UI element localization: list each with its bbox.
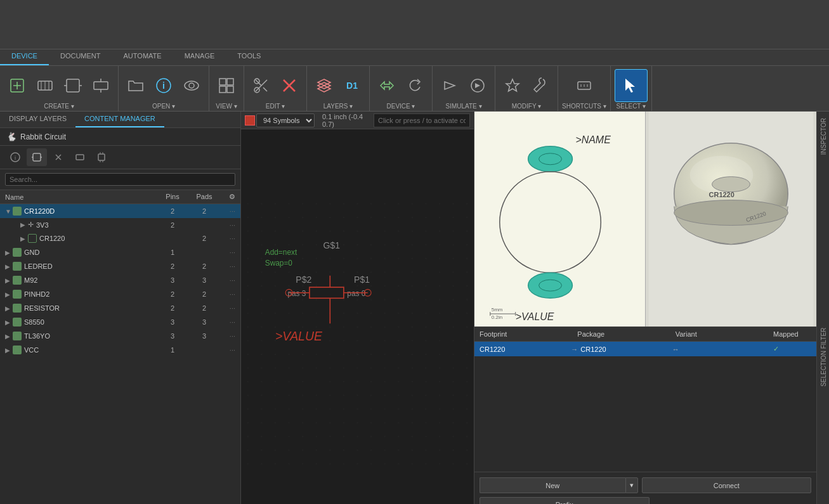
search-input[interactable] <box>5 173 235 186</box>
create-new-btn[interactable] <box>4 70 30 101</box>
icon-tab-outline[interactable] <box>70 148 90 166</box>
list-item[interactable]: ▶ RESISTOR 2 2 ··· <box>0 301 240 315</box>
footprint-table-wrapper: Footprint Package Variant Mapped CR1220 … <box>474 327 816 472</box>
fp-buttons-area: New ▾ Connect Prefix <box>474 472 816 504</box>
comp-icon <box>13 207 22 216</box>
create-bus-btn[interactable] <box>88 70 114 101</box>
cut-btn[interactable] <box>248 70 275 101</box>
tab-document[interactable]: DOCUMENT <box>49 49 112 65</box>
item-more[interactable]: ··· <box>220 332 235 340</box>
simulate-2-btn[interactable] <box>464 70 491 101</box>
connect-button[interactable]: Connect <box>642 477 812 493</box>
tab-automate[interactable]: AUTOMATE <box>112 49 173 65</box>
icon-tab-info[interactable]: i <box>5 148 25 166</box>
device-move-btn[interactable] <box>374 70 400 101</box>
new-dropdown-btn[interactable]: ▾ <box>625 477 638 493</box>
toolbar-group-simulate: SIMULATE ▾ <box>433 66 495 111</box>
simulate-btn[interactable] <box>436 70 463 101</box>
item-more[interactable]: ··· <box>220 304 235 312</box>
tab-tools[interactable]: TOOLS <box>226 49 272 65</box>
list-item[interactable]: ▶ TL36YO 3 3 ··· <box>0 329 240 343</box>
svg-text:>VALUE: >VALUE <box>275 329 323 343</box>
svg-text:5mm: 5mm <box>492 307 503 313</box>
item-more[interactable]: ··· <box>220 318 235 326</box>
left-panel: DISPLAY LAYERS CONTENT MANAGER 🐇 Rabbit … <box>0 112 241 504</box>
svg-text:i: i <box>162 81 165 91</box>
item-more[interactable]: ··· <box>220 249 235 256</box>
top-tab-bar: DEVICE DOCUMENT AUTOMATE MANAGE TOOLS <box>0 49 829 66</box>
create-wire-btn[interactable] <box>32 70 58 101</box>
tab-display-layers[interactable]: DISPLAY LAYERS <box>0 112 75 127</box>
item-name: LEDRED <box>24 262 157 270</box>
expand-icon: ▶ <box>5 277 13 284</box>
list-item[interactable]: ▶ CR1220 2 ··· <box>0 231 240 245</box>
item-pins: 3 <box>157 276 188 284</box>
item-pads: 2 <box>188 235 220 242</box>
device-rotate-btn[interactable] <box>401 70 428 101</box>
list-item[interactable]: ▶ VCC 1 ··· <box>0 343 240 357</box>
item-more[interactable]: ··· <box>220 207 235 215</box>
icon-tab-chip[interactable] <box>91 148 112 166</box>
icon-tab-cross[interactable] <box>48 148 69 166</box>
view-btn[interactable] <box>178 70 205 101</box>
left-panel-tabs: DISPLAY LAYERS CONTENT MANAGER <box>0 112 240 128</box>
main-toolbar: CREATE ▾ i OPEN ▾ <box>0 66 829 112</box>
list-item[interactable]: ▶ M92 3 3 ··· <box>0 273 240 287</box>
canvas-main[interactable]: Add=next Swap=0 G$1 P$2 P$1 pas 0 pas 3 <box>241 129 474 504</box>
svg-text:CR1220: CR1220 <box>709 191 734 198</box>
command-input[interactable] <box>374 113 470 127</box>
select-btn[interactable] <box>615 69 648 102</box>
svg-text:0.2in: 0.2in <box>492 314 502 320</box>
list-item[interactable]: ▶ PINHD2 2 2 ··· <box>0 287 240 301</box>
right-content: >NAME >VALUE <box>474 112 816 504</box>
view2-btn[interactable] <box>213 70 240 101</box>
open-btn[interactable] <box>122 70 149 101</box>
wrench-btn[interactable] <box>527 70 554 101</box>
prefix-button[interactable]: Prefix <box>480 497 649 504</box>
toolbar-group-view: VIEW ▾ <box>209 66 244 111</box>
tab-manage[interactable]: MANAGE <box>173 49 226 65</box>
svg-rect-10 <box>94 82 108 89</box>
fp-btn-row-2: Prefix <box>480 497 811 504</box>
project-icon: 🐇 <box>6 132 16 141</box>
project-header: 🐇 Rabbit Circuit <box>0 128 240 146</box>
item-more[interactable]: ··· <box>220 346 235 354</box>
info-btn[interactable]: i <box>150 70 177 101</box>
item-more[interactable]: ··· <box>220 235 235 242</box>
new-button[interactable]: New <box>480 477 625 493</box>
comp-icon <box>13 318 22 326</box>
item-pads: 3 <box>188 332 220 340</box>
d1-btn[interactable]: D1 <box>339 70 365 101</box>
shortcuts-label: SHORTCUTS ▾ <box>562 103 606 110</box>
delete-btn[interactable] <box>276 70 303 101</box>
fp-table-row[interactable]: CR1220 → CR1220 ↔ ✓ <box>474 342 816 356</box>
list-item[interactable]: ▶ S8550 3 3 ··· <box>0 315 240 329</box>
symbols-dropdown[interactable]: 94 Symbols <box>256 113 315 127</box>
svg-point-62 <box>528 146 573 172</box>
item-pads: 2 <box>188 304 220 312</box>
item-name: RESISTOR <box>24 304 157 312</box>
item-more[interactable]: ··· <box>220 290 235 298</box>
right-panel: >NAME >VALUE <box>474 112 829 504</box>
item-more[interactable]: ··· <box>220 221 235 229</box>
tab-content-manager[interactable]: CONTENT MANAGER <box>75 112 164 127</box>
modify-btn[interactable] <box>499 70 526 101</box>
tab-device[interactable]: DEVICE <box>0 49 49 65</box>
shortcuts-btn[interactable] <box>571 70 597 101</box>
layers-label: LAYERS ▾ <box>323 103 353 110</box>
canvas-area: 94 Symbols 0.1 inch (-0.4 0.7) <box>241 112 474 504</box>
comp-icon <box>13 290 22 299</box>
svg-point-64 <box>528 273 573 298</box>
svg-rect-32 <box>33 153 41 161</box>
list-item[interactable]: ▶ LEDRED 2 2 ··· <box>0 259 240 273</box>
list-item[interactable]: ▶ ✛ 3V3 2 ··· <box>0 218 240 231</box>
list-item[interactable]: ▼ CR1220D 2 2 ··· <box>0 204 240 218</box>
icon-tab-component[interactable] <box>27 148 47 166</box>
item-more[interactable]: ··· <box>220 276 235 284</box>
svg-point-77 <box>712 177 750 192</box>
item-more[interactable]: ··· <box>220 262 235 270</box>
create-component-btn[interactable] <box>60 70 86 101</box>
layers-btn[interactable] <box>311 70 337 101</box>
toolbar-group-select: SELECT ▾ <box>611 66 652 111</box>
list-item[interactable]: ▶ GND 1 ··· <box>0 245 240 259</box>
